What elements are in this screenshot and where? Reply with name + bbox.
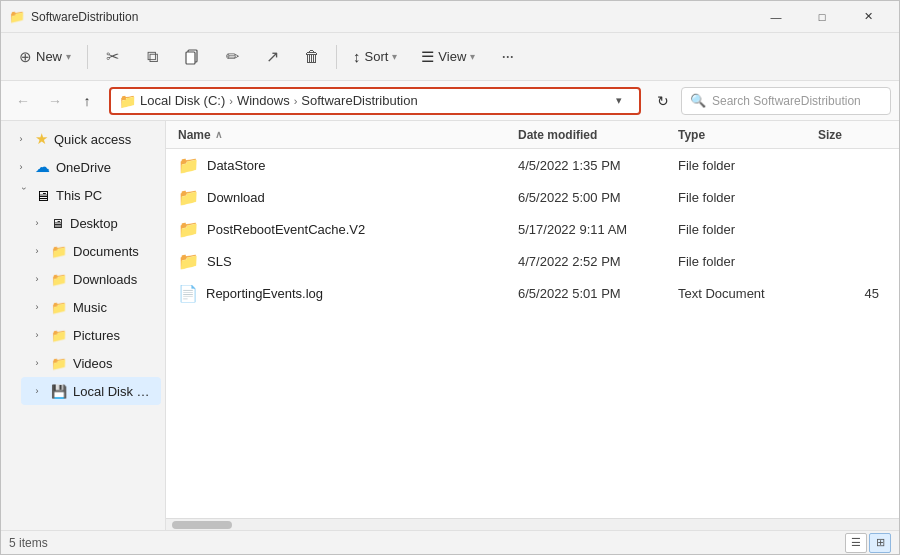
toolbar-separator-2 <box>336 45 337 69</box>
back-button[interactable]: ← <box>9 87 37 115</box>
videos-expand-icon: › <box>29 355 45 371</box>
title-bar-controls: — □ ✕ <box>753 1 891 33</box>
table-row[interactable]: 📁 SLS 4/7/2022 2:52 PM File folder <box>166 245 899 277</box>
paste-button[interactable] <box>174 40 210 74</box>
pictures-expand-icon: › <box>29 327 45 343</box>
view-toggle-buttons: ☰ ⊞ <box>845 533 891 553</box>
svg-rect-1 <box>186 52 195 64</box>
documents-label: Documents <box>73 244 139 259</box>
file-list-header: Name ∧ Date modified Type Size <box>166 121 899 149</box>
search-placeholder: Search SoftwareDistribution <box>712 94 861 108</box>
this-pc-icon: 🖥 <box>35 187 50 204</box>
file-list: 📁 DataStore 4/5/2022 1:35 PM File folder… <box>166 149 899 518</box>
forward-button[interactable]: → <box>41 87 69 115</box>
sidebar-item-this-pc[interactable]: › 🖥 This PC <box>5 181 161 209</box>
more-button[interactable]: ··· <box>489 40 525 74</box>
column-date-modified[interactable]: Date modified <box>518 128 678 142</box>
file-date-download: 6/5/2022 5:00 PM <box>518 190 678 205</box>
document-icon: 📄 <box>178 284 198 303</box>
delete-button[interactable]: 🗑 <box>294 40 330 74</box>
sidebar-item-videos[interactable]: › 📁 Videos <box>21 349 161 377</box>
onedrive-expand-icon: › <box>13 159 29 175</box>
horizontal-scrollbar[interactable] <box>166 518 899 530</box>
onedrive-icon: ☁ <box>35 158 50 176</box>
file-pane: Name ∧ Date modified Type Size 📁 <box>166 121 899 530</box>
pictures-icon: 📁 <box>51 328 67 343</box>
address-path[interactable]: 📁 Local Disk (C:) › Windows › SoftwareDi… <box>109 87 641 115</box>
toolbar-separator-1 <box>87 45 88 69</box>
toolbar: ⊕ New ▾ ✂ ⧉ ✏ ↗ 🗑 ↕ Sort ▾ ☰ View ▾ ··· <box>1 33 899 81</box>
address-dropdown-icon[interactable]: ▾ <box>607 87 631 115</box>
local-disk-label: Local Disk (C:) <box>73 384 153 399</box>
title-bar: 📁 SoftwareDistribution — □ ✕ <box>1 1 899 33</box>
minimize-button[interactable]: — <box>753 1 799 33</box>
copy-button[interactable]: ⧉ <box>134 40 170 74</box>
refresh-button[interactable]: ↻ <box>649 87 677 115</box>
new-button[interactable]: ⊕ New ▾ <box>9 40 81 74</box>
sort-label: Sort <box>365 49 389 64</box>
address-folder-icon: 📁 <box>119 93 136 109</box>
videos-icon: 📁 <box>51 356 67 371</box>
column-size[interactable]: Size <box>818 128 887 142</box>
column-name[interactable]: Name ∧ <box>178 128 518 142</box>
quick-access-icon: ★ <box>35 130 48 148</box>
sidebar-item-local-disk[interactable]: › 💾 Local Disk (C:) <box>21 377 161 405</box>
address-part-2: Windows <box>237 93 290 108</box>
up-button[interactable]: ↑ <box>73 87 101 115</box>
file-name-datastore: 📁 DataStore <box>178 155 518 176</box>
share-button[interactable]: ↗ <box>254 40 290 74</box>
file-name-download: 📁 Download <box>178 187 518 208</box>
file-type-datastore: File folder <box>678 158 818 173</box>
table-row[interactable]: 📁 Download 6/5/2022 5:00 PM File folder <box>166 181 899 213</box>
sort-chevron-icon: ▾ <box>392 51 397 62</box>
list-view-button[interactable]: ☰ <box>845 533 867 553</box>
address-bar: ← → ↑ 📁 Local Disk (C:) › Windows › Soft… <box>1 81 899 121</box>
local-disk-expand-icon: › <box>29 383 45 399</box>
view-button[interactable]: ☰ View ▾ <box>411 40 485 74</box>
folder-icon: 📁 <box>178 187 199 208</box>
sort-button[interactable]: ↕ Sort ▾ <box>343 40 407 74</box>
documents-icon: 📁 <box>51 244 67 259</box>
cut-button[interactable]: ✂ <box>94 40 130 74</box>
view-label: View <box>438 49 466 64</box>
sidebar-item-music[interactable]: › 📁 Music <box>21 293 161 321</box>
close-button[interactable]: ✕ <box>845 1 891 33</box>
quick-access-label: Quick access <box>54 132 131 147</box>
table-row[interactable]: 📁 PostRebootEventCache.V2 5/17/2022 9:11… <box>166 213 899 245</box>
file-type-postreboot: File folder <box>678 222 818 237</box>
file-type-download: File folder <box>678 190 818 205</box>
new-icon: ⊕ <box>19 48 32 66</box>
music-icon: 📁 <box>51 300 67 315</box>
file-date-postreboot: 5/17/2022 9:11 AM <box>518 222 678 237</box>
address-part-1: Local Disk (C:) <box>140 93 225 108</box>
search-box[interactable]: 🔍 Search SoftwareDistribution <box>681 87 891 115</box>
file-name-postreboot: 📁 PostRebootEventCache.V2 <box>178 219 518 240</box>
file-size-reportingevents: 45 <box>818 286 887 301</box>
rename-button[interactable]: ✏ <box>214 40 250 74</box>
sidebar-item-documents[interactable]: › 📁 Documents <box>21 237 161 265</box>
table-row[interactable]: 📁 DataStore 4/5/2022 1:35 PM File folder <box>166 149 899 181</box>
new-label: New <box>36 49 62 64</box>
sidebar-item-onedrive[interactable]: › ☁ OneDrive <box>5 153 161 181</box>
desktop-expand-icon: › <box>29 215 45 231</box>
downloads-label: Downloads <box>73 272 137 287</box>
sidebar-item-desktop[interactable]: › 🖥 Desktop <box>21 209 161 237</box>
this-pc-label: This PC <box>56 188 102 203</box>
downloads-expand-icon: › <box>29 271 45 287</box>
paste-icon <box>184 49 200 65</box>
table-row[interactable]: 📄 ReportingEvents.log 6/5/2022 5:01 PM T… <box>166 277 899 309</box>
sidebar-item-quick-access[interactable]: › ★ Quick access <box>5 125 161 153</box>
sidebar-item-downloads[interactable]: › 📁 Downloads <box>21 265 161 293</box>
maximize-button[interactable]: □ <box>799 1 845 33</box>
window-title: SoftwareDistribution <box>31 10 753 24</box>
column-type[interactable]: Type <box>678 128 818 142</box>
videos-label: Videos <box>73 356 113 371</box>
sidebar-item-pictures[interactable]: › 📁 Pictures <box>21 321 161 349</box>
folder-icon: 📁 <box>178 219 199 240</box>
detail-view-button[interactable]: ⊞ <box>869 533 891 553</box>
item-count: 5 items <box>9 536 48 550</box>
hscroll-thumb[interactable] <box>172 521 232 529</box>
main-area: › ★ Quick access › ☁ OneDrive › 🖥 This P… <box>1 121 899 530</box>
desktop-icon: 🖥 <box>51 216 64 231</box>
view-chevron-icon: ▾ <box>470 51 475 62</box>
